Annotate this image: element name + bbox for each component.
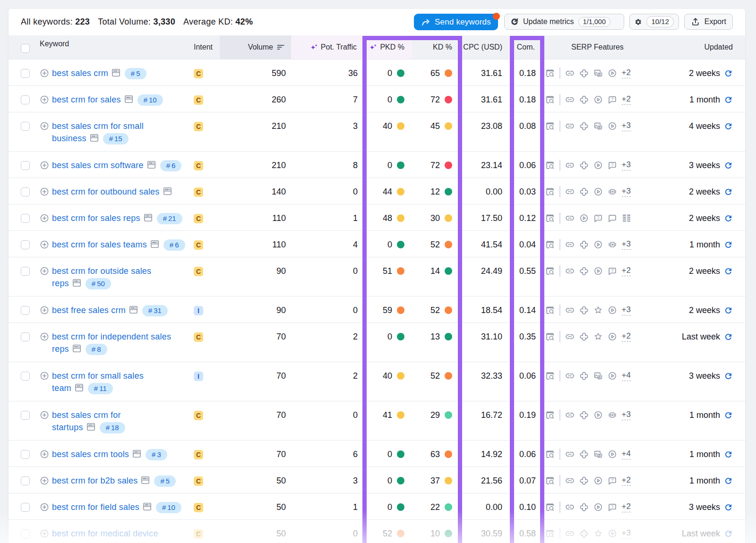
svg-text:?: ?: [597, 215, 599, 220]
svg-text:?: ?: [611, 504, 613, 509]
svg-text:?: ?: [611, 162, 613, 167]
svg-text:?: ?: [611, 478, 613, 483]
svg-text:?: ?: [611, 97, 613, 102]
svg-text:?: ?: [611, 268, 613, 273]
